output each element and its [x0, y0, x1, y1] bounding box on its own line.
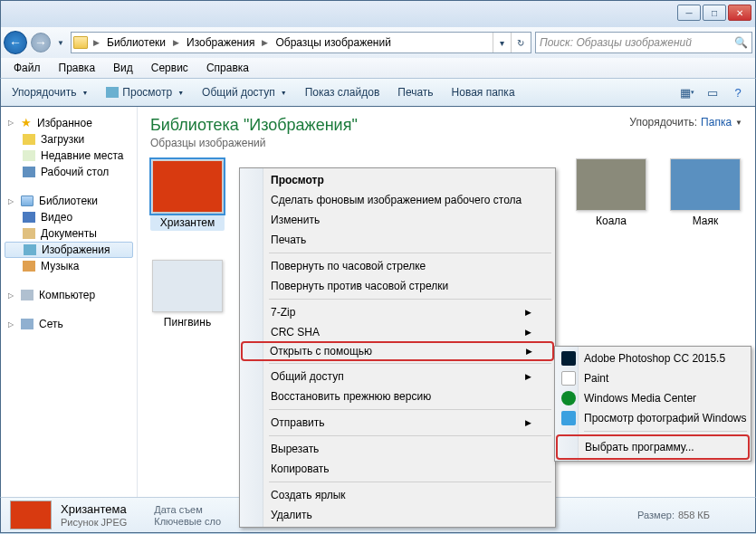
back-button[interactable]: ←	[4, 31, 27, 54]
thumbnail-item[interactable]: Пингвинь	[150, 260, 225, 329]
sidebar-favorites[interactable]: ▷★Избранное	[1, 114, 137, 131]
context-menu-item[interactable]: Отправить▶	[242, 413, 553, 433]
sidebar-item-pictures[interactable]: Изображения	[5, 242, 133, 258]
chevron-right-icon[interactable]: ▶	[173, 38, 179, 47]
close-button[interactable]: ✕	[728, 5, 751, 21]
context-menu-item[interactable]: 7-Zip▶	[242, 302, 553, 322]
chevron-right-icon[interactable]: ▶	[93, 38, 100, 47]
nav-history-dropdown[interactable]: ▼	[54, 31, 67, 54]
context-menu-item[interactable]: Копировать	[242, 459, 553, 479]
menu-edit[interactable]: Правка	[52, 60, 103, 76]
search-input[interactable]: Поиск: Образцы изображений 🔍	[535, 32, 752, 53]
breadcrumb-item[interactable]: Библиотеки	[105, 35, 167, 50]
sidebar-item-downloads[interactable]: Загрузки	[1, 131, 137, 148]
context-submenu-open-with: Adobe Photoshop CC 2015.5PaintWindows Me…	[554, 346, 751, 462]
maximize-button[interactable]: □	[703, 5, 726, 21]
preview-button[interactable]: Просмотр▼	[102, 83, 187, 101]
search-placeholder: Поиск: Образцы изображений	[540, 36, 692, 49]
refresh-button[interactable]: ↻	[511, 33, 529, 52]
preview-pane-button[interactable]: ▭	[703, 82, 723, 102]
minimize-button[interactable]: ─	[677, 5, 701, 21]
sidebar-network[interactable]: ▷Сеть	[1, 316, 137, 332]
context-menu-item[interactable]: Изменить	[242, 210, 553, 230]
thumbnail-image	[670, 158, 741, 211]
context-menu-item[interactable]: Удалить	[242, 505, 553, 525]
print-button[interactable]: Печать	[394, 83, 436, 101]
thumbnail-image	[152, 260, 223, 312]
paint-icon	[561, 371, 576, 386]
context-menu-item[interactable]: Создать ярлык	[242, 485, 553, 505]
details-thumbnail	[10, 501, 52, 529]
folder-icon	[73, 36, 88, 49]
details-filename: Хризантема	[61, 502, 127, 516]
menu-file[interactable]: Файл	[6, 60, 48, 76]
ps-icon	[561, 351, 576, 366]
sidebar-computer[interactable]: ▷Компьютер	[1, 287, 137, 303]
title-bar: ─ □ ✕	[0, 0, 756, 27]
breadcrumb-item[interactable]: Изображения	[185, 35, 256, 50]
thumbnail-label: Коала	[574, 215, 648, 227]
sidebar-item-desktop[interactable]: Рабочий стол	[1, 164, 137, 180]
help-button[interactable]: ?	[728, 82, 748, 102]
context-menu-item[interactable]: Повернуть против часовой стрелки	[242, 276, 553, 296]
context-menu-item[interactable]: Печать	[242, 230, 553, 250]
details-date-label: Дата съем	[154, 504, 221, 515]
sidebar-item-documents[interactable]: Документы	[1, 225, 137, 242]
submenu-item[interactable]: Просмотр фотографий Windows	[557, 408, 749, 428]
chevron-down-icon: ▼	[735, 119, 742, 127]
toolbar: Упорядочить▼ Просмотр▼ Общий доступ▼ Пок…	[0, 78, 756, 107]
chevron-right-icon[interactable]: ▶	[262, 38, 268, 47]
context-menu-item[interactable]: Восстановить прежнюю версию	[242, 386, 553, 406]
context-menu-item[interactable]: Повернуть по часовой стрелке	[242, 256, 553, 276]
menu-view[interactable]: Вид	[106, 60, 140, 76]
details-keywords-label: Ключевые сло	[154, 516, 221, 527]
search-icon[interactable]: 🔍	[734, 36, 748, 49]
thumbnail-image	[152, 160, 223, 213]
menu-bar: Файл Правка Вид Сервис Справка	[0, 58, 756, 78]
share-button[interactable]: Общий доступ▼	[198, 83, 291, 101]
view-mode-button[interactable]: ▦▾	[677, 82, 697, 102]
organize-button[interactable]: Упорядочить▼	[8, 83, 91, 101]
thumbnail-label: Пингвинь	[150, 316, 225, 329]
sidebar-item-videos[interactable]: Видео	[1, 209, 137, 225]
context-menu-item[interactable]: Открыть с помощью▶	[241, 341, 554, 361]
address-dropdown[interactable]: ▾	[493, 33, 511, 52]
thumbnail-item[interactable]: Хризантем	[150, 158, 225, 231]
star-icon: ★	[21, 116, 32, 129]
context-menu-item[interactable]: CRC SHA▶	[242, 322, 553, 342]
details-size-label: Размер:	[637, 510, 675, 520]
slideshow-button[interactable]: Показ слайдов	[301, 83, 384, 101]
context-menu-item[interactable]: Вырезать	[242, 439, 553, 459]
photo-icon	[561, 411, 576, 425]
forward-button[interactable]: →	[31, 33, 51, 52]
thumbnail-image	[576, 158, 646, 211]
sort-control[interactable]: Упорядочить: Папка ▼	[629, 116, 742, 129]
sidebar-item-recent[interactable]: Недавние места	[1, 148, 137, 164]
new-folder-button[interactable]: Новая папка	[448, 83, 519, 101]
navigation-pane: ▷★Избранное Загрузки Недавние места Рабо…	[1, 107, 138, 497]
address-bar[interactable]: ▶ Библиотеки ▶ Изображения ▶ Образцы изо…	[71, 32, 531, 53]
library-title: Библиотека "Изображения"	[150, 116, 358, 135]
context-menu: ПросмотрСделать фоновым изображением раб…	[239, 167, 556, 528]
library-subtitle: Образцы изображений	[150, 137, 358, 149]
menu-help[interactable]: Справка	[199, 60, 256, 76]
sidebar-libraries[interactable]: ▷Библиотеки	[1, 193, 137, 209]
submenu-choose-program[interactable]: Выбрать программу...	[558, 436, 748, 458]
nav-bar: ← → ▼ ▶ Библиотеки ▶ Изображения ▶ Образ…	[0, 27, 756, 58]
thumbnail-label: Хризантем	[152, 216, 223, 229]
breadcrumb-item[interactable]: Образцы изображений	[273, 35, 392, 50]
wmc-icon	[561, 391, 576, 405]
thumbnail-label: Маяк	[668, 215, 742, 227]
sidebar-item-music[interactable]: Музыка	[1, 258, 137, 274]
thumbnail-item[interactable]: Коала	[574, 158, 648, 231]
submenu-item[interactable]: Adobe Photoshop CC 2015.5	[557, 348, 749, 368]
context-menu-item[interactable]: Просмотр	[242, 170, 553, 190]
details-size-value: 858 КБ	[678, 510, 710, 520]
menu-tools[interactable]: Сервис	[144, 60, 196, 76]
context-menu-item[interactable]: Сделать фоновым изображением рабочего ст…	[242, 190, 553, 210]
thumbnail-item[interactable]: Маяк	[668, 158, 742, 231]
details-filetype: Рисунок JPEG	[61, 517, 127, 528]
submenu-item[interactable]: Windows Media Center	[557, 388, 749, 408]
submenu-item[interactable]: Paint	[557, 368, 749, 388]
context-menu-item[interactable]: Общий доступ▶	[242, 367, 553, 386]
